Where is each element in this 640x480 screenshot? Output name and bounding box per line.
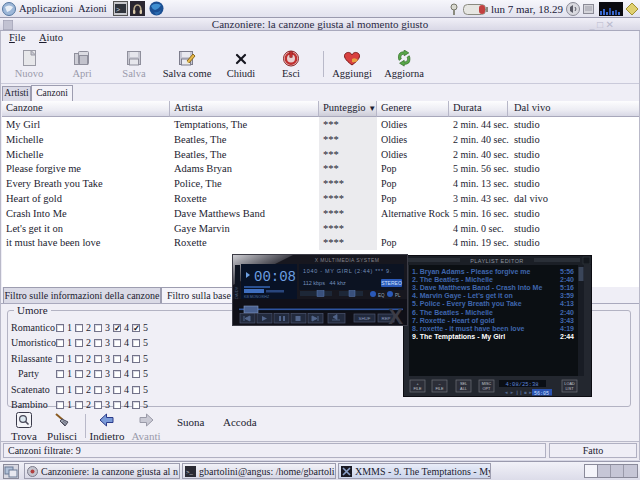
svg-text:PL: PL — [395, 293, 401, 298]
svg-text:>_: >_ — [116, 6, 124, 14]
svg-text:112 kbps 44 khz: 112 kbps 44 khz — [303, 280, 346, 286]
svg-text:1040 - MY GIRL (2:44) *** 9.: 1040 - MY GIRL (2:44) *** 9. — [303, 268, 392, 274]
svg-text:PLAYLIST EDITOR: PLAYLIST EDITOR — [470, 258, 523, 264]
svg-text:EQ: EQ — [378, 293, 385, 298]
svg-text:00:08: 00:08 — [254, 269, 296, 285]
svg-text:56:05: 56:05 — [534, 391, 549, 397]
svg-text:STEREO: STEREO — [381, 280, 402, 286]
svg-text:SHUF: SHUF — [359, 316, 371, 321]
svg-text:MISC: MISC — [482, 382, 492, 386]
svg-text:X: X — [388, 304, 403, 325]
svg-text:>_: >_ — [186, 469, 194, 475]
svg-text:LIST: LIST — [565, 387, 574, 391]
svg-text:FILE: FILE — [413, 387, 421, 391]
svg-text:KB MONO/KHZ: KB MONO/KHZ — [244, 295, 270, 299]
svg-text:OAIDV: OAIDV — [234, 286, 239, 299]
svg-text:OPT: OPT — [483, 387, 491, 391]
svg-text:4:08/25:38: 4:08/25:38 — [505, 381, 538, 388]
svg-text:FILE: FILE — [435, 387, 443, 391]
svg-text:ALL: ALL — [460, 387, 467, 391]
svg-text:SEL: SEL — [460, 382, 467, 386]
svg-text:LOAD: LOAD — [564, 382, 575, 386]
svg-text:X MULTIMEDIA SYSTEM: X MULTIMEDIA SYSTEM — [315, 257, 379, 263]
